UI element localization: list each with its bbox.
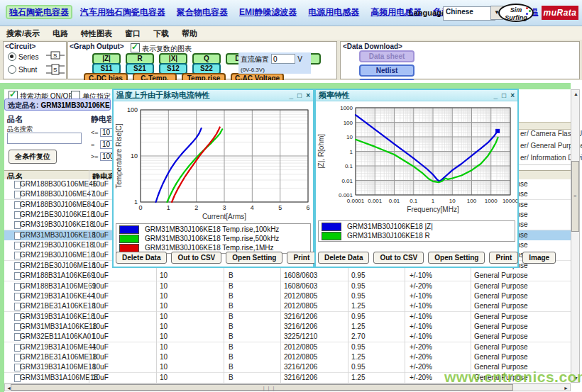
menubar: 搜索/表示电路特性图表窗口下载帮助 [0,26,582,40]
cell: +/-20% [410,363,432,371]
dc-bias-input[interactable] [271,54,295,64]
cell: General Purpose [474,282,528,290]
vertical-scroll-thumb[interactable]: ≡ [571,161,579,232]
nav-item-3[interactable]: EMI静噪滤波器 [237,6,299,18]
cell: 10uF [92,292,109,300]
legend-item: GRM31MB30J106KE18 |Z| [319,222,515,231]
selected-part-box: 选定品名: GRM31MB30J106KE18 [4,99,111,111]
part-name-header: 品名 [7,114,23,125]
cell: B [229,292,234,300]
cell: 10uF [92,190,109,198]
reset-conditions-button[interactable]: 全条件复位 [9,150,57,164]
svg-text:Current[Arms]: Current[Arms] [202,213,246,220]
cell: 1.25 [351,374,365,381]
svg-text:2: 2 [194,204,198,211]
cell: B [229,374,234,381]
language-select[interactable]: Chinese [443,6,495,21]
delete-data-button[interactable]: Delete Data [116,252,167,264]
svg-text:10: 10 [346,134,353,140]
logo-dot-red [526,7,528,9]
open-setting-button[interactable]: Open Setting [428,252,485,264]
temp-rise-window-titlebar[interactable]: 温度上升由于脉动电流特性 _ □ × [114,90,313,101]
vertical-scrollbar[interactable]: ▲ ≡ ▼ [571,89,580,383]
legend-swatch [322,232,341,240]
cell: GRM188B30J106ME84 [20,201,95,208]
out-to-csv-button[interactable]: Out to CSV [171,252,221,264]
legend-swatch [119,244,139,252]
print-button[interactable]: Print [287,252,316,264]
watermark: www.cntronics.com [444,369,582,386]
close-icon[interactable]: × [510,91,515,99]
legend-swatch [119,235,139,243]
menu-item-4[interactable]: 下载 [153,28,169,39]
nav-item-0[interactable]: 独石陶瓷电容器 [7,6,71,18]
svg-text:0.001: 0.001 [368,198,383,204]
frequency-legend: GRM31MB30J106KE18 |Z|GRM31MB30J106KE18 R [318,220,515,242]
nav-item-2[interactable]: 聚合物电容器 [175,6,230,18]
delete-data-button[interactable]: Delete Data [318,252,369,264]
cell: 3225/1210 [284,332,317,340]
minimize-icon[interactable]: _ [290,91,294,99]
cell: 10 [160,332,168,340]
cell: GRM219B30J106KE18 [20,241,94,249]
nav-item-4[interactable]: 电源用电感器 [306,6,361,18]
legend-item: GRM31MB30J106KE18 Temp.rise,500kHz [116,234,310,243]
svg-text:Temperature Rise[C]: Temperature Rise[C] [115,123,123,189]
show-multiple-graphs-checkbox[interactable]: 表示复数的图表 [131,43,192,54]
cell: B [229,271,234,279]
graph-output-groupbox: <Graph Output> 表示复数的图表 |Z|R|X|QDFLC S11S… [67,41,337,79]
cell: 3216/1206 [284,313,317,320]
menu-item-2[interactable]: 特性图表 [81,28,112,39]
cell: +/-10% [410,332,432,340]
series-label: Series [18,53,38,61]
menu-item-5[interactable]: 帮助 [182,28,197,39]
menu-item-1[interactable]: 电路 [53,28,68,39]
circuit-option-series[interactable]: Series [8,52,38,61]
open-setting-button[interactable]: Open Setting [226,252,282,264]
cell: 0.95 [351,282,365,290]
maximize-icon[interactable]: □ [297,91,302,99]
legend-swatch [119,225,139,234]
circuit-option-shunt[interactable]: Shunt [8,65,37,74]
cell: 3216/1206 [284,363,317,371]
top-navbar: 独石陶瓷电容器汽车用独石陶瓷电容器聚合物电容器EMI静噪滤波器电源用电感器高频用… [0,0,582,26]
image-button[interactable]: Image [522,252,556,264]
checkbox-icon[interactable] [131,43,140,52]
cell: General Purpose [474,302,528,310]
dc-bias-range: (0V-6.3V) [241,67,265,73]
legend-label: GRM31MB30J106KE18 Temp.rise,100kHz [145,225,279,233]
shunt-radio[interactable] [8,65,16,74]
menu-item-3[interactable]: 窗口 [125,28,141,39]
part-search-input[interactable] [7,133,82,144]
cell: +/-20% [410,353,432,361]
series-radio[interactable] [8,52,16,61]
cell: General Purpose [474,332,528,340]
print-button[interactable]: Print [489,252,518,264]
cell: B [229,302,234,310]
netlist-button[interactable]: Netlist [359,65,414,77]
nav-item-1[interactable]: 汽车用独石陶瓷电容器 [78,6,168,18]
svg-text:1000: 1000 [340,105,353,111]
cell: General Purpose [474,343,528,351]
out-to-csv-button[interactable]: Out to CSV [373,252,424,264]
svg-text:1: 1 [167,204,170,211]
frequency-window-titlebar[interactable]: 频率特性 _ □ × [316,90,517,101]
scroll-right-icon[interactable]: ► [564,385,569,391]
svg-text:1000: 1000 [485,198,498,204]
scroll-up-icon[interactable]: ▲ [573,91,578,97]
svg-text:1: 1 [350,149,353,155]
minimize-icon[interactable]: _ [494,91,498,99]
menu-item-0[interactable]: 搜索/表示 [6,28,40,39]
cell: 10 [160,363,168,371]
horizontal-scroll-thumb[interactable]: ❘❘❘ [11,384,513,391]
cell: 10uF [92,323,109,330]
cell: +/-10% [410,323,432,330]
close-icon[interactable]: × [306,91,310,99]
temp-rise-chart-window: 温度上升由于脉动电流特性 _ □ × 0123456110100Current[… [112,89,314,268]
cell: 10uF [92,201,109,208]
cell: 10 [160,302,168,310]
maximize-icon[interactable]: □ [502,91,506,99]
simsurfing-logo: Sim Surfing [498,4,534,22]
cell: +/-10% [410,302,432,310]
svg-text:4: 4 [251,204,254,211]
